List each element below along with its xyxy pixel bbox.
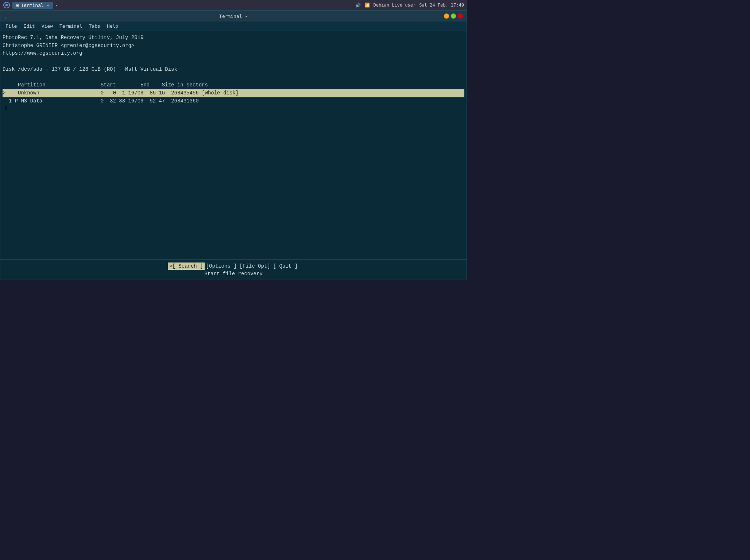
terminal-title: Terminal - [219, 13, 248, 19]
taskbar-app-label: Terminal - [21, 3, 49, 8]
terminal-cursor-line [3, 105, 464, 113]
taskbar-left: ▣ Terminal - ▾ [3, 1, 58, 9]
taskbar-right: 🔊 📶 Debian Live user Sat 24 Feb, 17:49 [355, 3, 464, 8]
menu-file[interactable]: File [3, 23, 20, 30]
terminal-content: PhotoRec 7.1, Data Recovery Utility, Jul… [0, 31, 467, 259]
taskbar-chevron[interactable]: ▾ [55, 3, 58, 8]
menu-view[interactable]: View [39, 23, 56, 30]
volume-icon: 🔊 [355, 3, 361, 8]
terminal-controls: ⌄ [4, 13, 7, 19]
menu-edit[interactable]: Edit [20, 23, 38, 30]
traffic-lights [444, 13, 463, 19]
maximize-button[interactable] [451, 13, 456, 19]
terminal-line-7[interactable]: > Unknown 0 0 1 16709 85 16 268435456 [W… [3, 89, 464, 97]
menu-help[interactable]: Help [104, 23, 121, 30]
terminal-titlebar: ⌄ Terminal - [0, 11, 467, 22]
terminal-window: ⌄ Terminal - File Edit View Terminal Tab… [0, 10, 467, 280]
taskbar-app[interactable]: ▣ Terminal - [12, 2, 53, 9]
menu-terminal[interactable]: Terminal [57, 23, 85, 30]
menu-bar: File Edit View Terminal Tabs Help [0, 22, 467, 31]
bottom-bar: >[ Search ] [Options ] [File Opt] [ Quit… [0, 259, 467, 280]
menu-tabs[interactable]: Tabs [86, 23, 103, 30]
bottom-subtitle: Start file recovery [204, 271, 263, 277]
network-icon: 📶 [364, 3, 370, 8]
quit-button[interactable]: [ Quit ] [272, 262, 299, 270]
search-button[interactable]: >[ Search ] [168, 262, 204, 270]
file-opt-button[interactable]: [File Opt] [238, 262, 272, 270]
terminal-line-0: PhotoRec 7.1, Data Recovery Utility, Jul… [3, 34, 464, 42]
expand-icon[interactable]: ⌄ [4, 13, 7, 19]
system-icon [3, 1, 10, 9]
close-button[interactable] [458, 13, 463, 19]
terminal-line-4: Disk /dev/sda - 137 GB / 128 GiB (RO) - … [3, 66, 464, 74]
user-info: Debian Live user [374, 3, 416, 8]
datetime: Sat 24 Feb, 17:49 [419, 3, 464, 8]
terminal-line-6: Partition Start End Size in sectors [3, 81, 464, 89]
terminal-line-2: https://www.cgsecurity.org [3, 50, 464, 58]
terminal-line-5 [3, 73, 464, 81]
options-button[interactable]: [Options ] [205, 262, 238, 270]
terminal-line-3 [3, 58, 464, 66]
minimize-button[interactable] [444, 13, 449, 19]
system-taskbar: ▣ Terminal - ▾ 🔊 📶 Debian Live user Sat … [0, 0, 467, 10]
app-icon: ▣ [16, 3, 19, 8]
terminal-line-8[interactable]: 1 P MS Data 0 32 33 16709 52 47 26843136… [3, 97, 464, 105]
bottom-buttons: >[ Search ] [Options ] [File Opt] [ Quit… [168, 262, 299, 270]
terminal-line-1: Christophe GRENIER <grenier@cgsecurity.o… [3, 42, 464, 50]
